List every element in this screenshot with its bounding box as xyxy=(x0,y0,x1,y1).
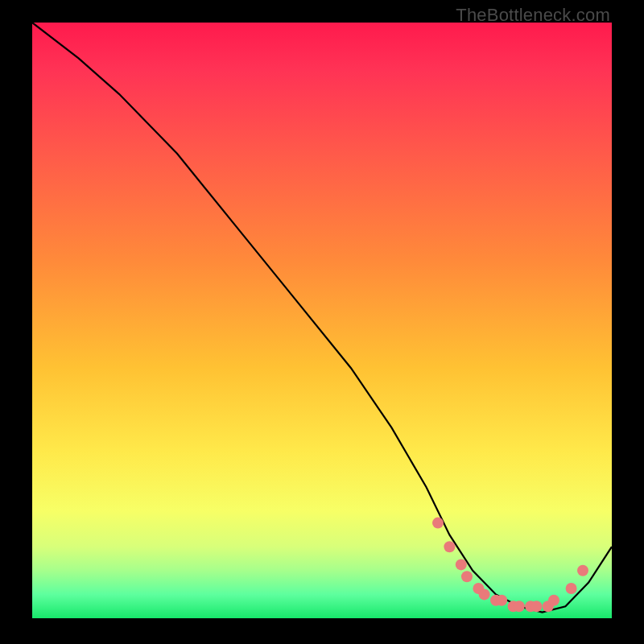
highlight-marker xyxy=(496,595,507,606)
highlight-marker xyxy=(461,571,473,582)
highlight-marker xyxy=(444,541,455,552)
highlight-marker xyxy=(432,518,444,529)
highlight-marker xyxy=(514,601,525,612)
highlight-marker xyxy=(548,595,559,606)
chart-frame: TheBottleneck.com xyxy=(0,0,644,644)
plot-area xyxy=(32,23,612,618)
highlight-marker xyxy=(566,583,577,594)
highlight-marker xyxy=(456,559,467,570)
bottleneck-curve-svg xyxy=(32,23,612,618)
highlight-marker xyxy=(577,565,588,576)
highlight-markers xyxy=(432,518,588,613)
bottleneck-curve-path xyxy=(32,23,612,613)
highlight-marker xyxy=(479,588,490,600)
highlight-marker xyxy=(530,601,542,612)
